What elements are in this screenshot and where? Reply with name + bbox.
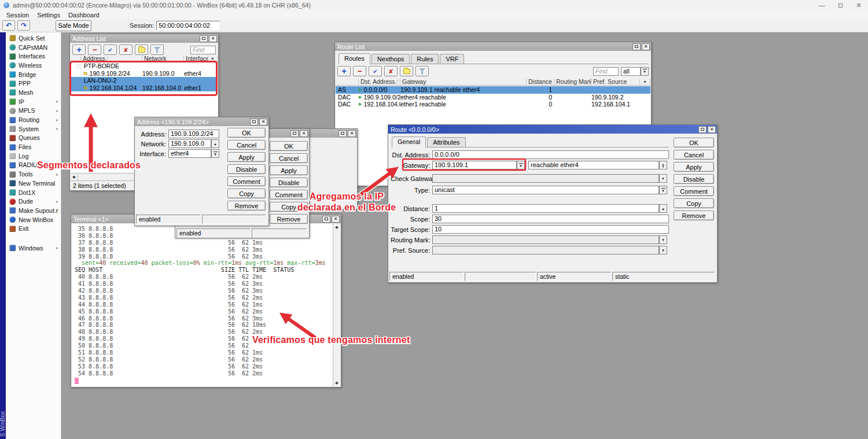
address-dialog[interactable]: Address <190.9.109.2/24> ✕ Address: 190.… (134, 117, 269, 226)
filter-dropdown-icon[interactable]: ▼ (641, 67, 649, 76)
updown-icon[interactable]: ▲▼ (659, 161, 667, 169)
enable-button[interactable]: ✔ (369, 66, 382, 76)
filter-select[interactable]: all (621, 67, 641, 76)
pref-source-input[interactable] (432, 246, 659, 254)
disable-button[interactable]: Disable (674, 174, 714, 184)
scroll-arrow-icon[interactable]: ◆ (71, 174, 78, 180)
apply-button[interactable]: Apply (270, 165, 308, 175)
sidebar-item-ip[interactable]: IP▸ (6, 97, 61, 106)
sidebar-item-dude[interactable]: Dude▸ (6, 197, 61, 206)
sidebar-item-capsman[interactable]: CAPsMAN (6, 43, 61, 52)
close-icon[interactable]: ✕ (642, 43, 650, 50)
sidebar-item-queues[interactable]: Queues (6, 134, 61, 143)
sidebar-item-quick-set[interactable]: Quick Set (6, 34, 61, 43)
gateway-dropdown-icon[interactable]: ▼ (517, 161, 525, 169)
close-icon[interactable]: ✕ (259, 119, 267, 126)
close-icon[interactable]: ✕ (332, 216, 340, 223)
distance-input[interactable]: 1 (432, 204, 659, 213)
find-input[interactable]: Find (190, 46, 216, 54)
routing-mark-input[interactable] (432, 235, 659, 244)
copy-button[interactable]: Copy (270, 202, 308, 212)
terminal-window[interactable]: Terminal <1> ✕ 35 8.8.8.8 36 8.8.8.8 37 … (71, 214, 341, 388)
restore-icon[interactable] (831, 0, 849, 10)
minimize-icon[interactable]: — (812, 0, 831, 10)
sidebar-item-radius[interactable]: RADIUS (6, 161, 61, 170)
route-dialog[interactable]: Route <0.0.0.0/0> ✕ GeneralAttributes Ds… (388, 124, 718, 283)
terminal-lines[interactable]: 35 8.8.8.8 36 8.8.8.8 37 8.8.8.8 56 62 1… (72, 224, 333, 386)
target-scope-input[interactable]: 10 (432, 225, 669, 234)
remove-button[interactable]: Remove (674, 211, 714, 220)
maximize-icon[interactable] (632, 43, 641, 50)
cancel-button[interactable]: Cancel (227, 140, 266, 150)
ok-button[interactable]: OK (270, 141, 308, 151)
address-comment-row[interactable]: :::PTP-BORDE (71, 62, 218, 70)
remove-button[interactable]: Remove (227, 201, 266, 211)
sidebar-item-dot1x[interactable]: Dot1X (6, 188, 61, 197)
tab-attributes[interactable]: Attributes (427, 137, 465, 147)
sidebar-item-wireless[interactable]: Wireless (6, 61, 61, 70)
close-icon[interactable]: ✕ (708, 126, 716, 133)
sidebar-item-mpls[interactable]: MPLS▸ (6, 106, 61, 116)
scope-input[interactable]: 30 (432, 215, 669, 223)
sidebar-item-log[interactable]: Log (6, 152, 61, 161)
close-icon[interactable]: ✕ (209, 35, 217, 42)
maximize-icon[interactable] (200, 35, 208, 42)
ok-button[interactable]: OK (227, 128, 266, 138)
filter-button[interactable] (150, 45, 164, 55)
check-gateway-input[interactable] (432, 174, 659, 183)
sidebar-item-new-terminal[interactable]: New Terminal (6, 179, 61, 188)
session-input[interactable]: 50:00:00:04:00:02 (156, 21, 220, 30)
remove-button[interactable]: Remove (270, 214, 308, 224)
ok-button[interactable]: OK (674, 138, 714, 147)
sidebar-item-new-winbox[interactable]: New WinBox (6, 215, 61, 224)
tab-rules[interactable]: Rules (411, 54, 439, 64)
sidebar-item-bridge[interactable]: Bridge (6, 70, 61, 79)
undo-button[interactable]: ↶ (2, 20, 15, 31)
tab-routes[interactable]: Routes (339, 53, 370, 64)
maximize-icon[interactable] (290, 130, 299, 137)
sidebar-item-make-supout-rif[interactable]: Make Supout.rif (6, 206, 61, 215)
type-input[interactable]: unicast (432, 186, 659, 194)
redo-button[interactable]: ↷ (17, 20, 30, 31)
cancel-button[interactable]: Cancel (674, 150, 714, 160)
sidebar-item-exit[interactable]: Exit (6, 224, 61, 233)
sidebar-item-windows[interactable]: Windows▸ (6, 244, 61, 253)
close-icon[interactable]: ✕ (300, 130, 308, 137)
dst-address-input[interactable]: 0.0.0.0/0 (432, 150, 669, 159)
route-row[interactable]: DAC▶190.9.109.0/24ether4 reachable0190.9… (336, 94, 650, 101)
tab-vrf[interactable]: VRF (440, 54, 464, 64)
sidebar-item-system[interactable]: System▸ (6, 124, 61, 134)
menu-settings[interactable]: Settings (33, 12, 64, 19)
scroll-up-icon[interactable]: ◆ (335, 224, 338, 231)
tab-general[interactable]: General (392, 137, 426, 147)
sidebar-item-mesh[interactable]: Mesh (6, 88, 61, 97)
dropdown-icon[interactable]: ▼ (211, 149, 219, 158)
spin-up-icon[interactable]: ▲ (659, 204, 667, 213)
disable-button[interactable]: Disable (270, 178, 308, 187)
sidebar-item-ppp[interactable]: PPP (6, 79, 61, 88)
spin-up-icon[interactable]: ▲ (211, 139, 219, 148)
network-input[interactable]: 190.9.109.0 (168, 139, 211, 148)
comment-button[interactable]: Comment (674, 186, 714, 196)
address-row[interactable]: ⇆190.9.109.2/24190.9.109.0ether4 (71, 70, 218, 78)
scroll-down-icon[interactable]: ◆ (335, 379, 338, 386)
add-button[interactable]: + (337, 66, 351, 76)
remove-button[interactable]: − (88, 45, 101, 55)
comment-button[interactable] (400, 66, 413, 76)
close-icon[interactable]: ✕ (849, 0, 868, 10)
maximize-icon[interactable] (698, 126, 707, 133)
dropdown-icon[interactable]: ▼ (659, 235, 667, 244)
interface-input[interactable]: ether4 (168, 149, 211, 158)
remove-button[interactable]: − (353, 66, 366, 76)
tab-nexthops[interactable]: Nexthops (372, 54, 410, 64)
close-icon[interactable]: ✕ (348, 130, 356, 137)
safe-mode-button[interactable]: Safe Mode (56, 20, 91, 31)
dropdown-icon[interactable]: ▼ (659, 186, 667, 194)
apply-button[interactable]: Apply (227, 152, 266, 162)
route-row[interactable]: AS▶0.0.0.0/0190.9.109.1 reachable ether4… (336, 86, 650, 94)
comment-button[interactable]: Comment (270, 190, 308, 200)
copy-button[interactable]: Copy (227, 189, 266, 198)
sidebar-item-routing[interactable]: Routing▸ (6, 115, 61, 124)
dropdown-icon[interactable]: ▼ (659, 174, 667, 183)
dropdown-icon[interactable]: ▼ (659, 246, 667, 254)
